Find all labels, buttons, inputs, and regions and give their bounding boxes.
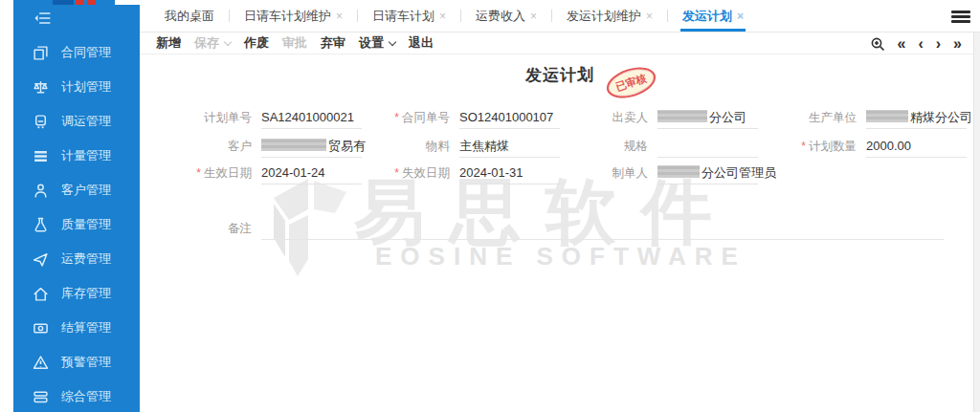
train-icon (33, 114, 49, 130)
sidebar-item-contract[interactable]: 合同管理 (13, 35, 140, 70)
sidebar-item-settlement[interactable]: 结算管理 (13, 311, 140, 345)
tab-label: 我的桌面 (165, 8, 214, 25)
sidebar-item-quality[interactable]: 质量管理 (13, 207, 140, 242)
scale-icon (33, 79, 49, 96)
magnifier-plus-icon[interactable] (870, 36, 885, 52)
remark-row: 备注 (143, 214, 976, 243)
tab-bar: 我的桌面日请车计划维护×日请车计划×运费收入×发运计划维护×发运计划× (140, 0, 980, 33)
sidebar-item-inventory[interactable]: 库存管理 (13, 276, 140, 311)
field-label: *生效日期 (143, 159, 252, 187)
settings-button[interactable]: 设置 (359, 34, 395, 52)
redacted-text (261, 139, 326, 151)
sidebar-item-general[interactable]: 综合管理 (13, 379, 140, 412)
tab-close-icon[interactable]: × (336, 11, 343, 22)
tab-separator (551, 10, 552, 22)
first-record-icon[interactable]: « (898, 36, 906, 52)
sidebar-item-label: 运费管理 (61, 250, 111, 268)
page-title: 发运计划 (525, 66, 594, 84)
approve-button: 审批 (282, 34, 307, 52)
tab-separator (357, 10, 358, 22)
sidebar-item-label: 合同管理 (61, 44, 111, 61)
sidebar-item-customer[interactable]: 客户管理 (13, 173, 140, 207)
field-label-remark: 备注 (143, 214, 252, 243)
tab-close-icon[interactable]: × (646, 11, 653, 22)
tab-separator (460, 10, 461, 22)
person-icon (33, 183, 49, 199)
tab-1[interactable]: 我的桌面 (163, 0, 216, 32)
sidebar-item-label: 计划管理 (61, 78, 111, 96)
sidebar-item-label: 调运管理 (61, 113, 111, 130)
field-input[interactable]: 分公司管理员 (648, 159, 756, 187)
warning-icon (33, 355, 49, 371)
required-asterisk: * (394, 111, 399, 124)
chevron-down-icon (224, 37, 232, 45)
tab-3[interactable]: 日请车计划× (370, 0, 448, 32)
stack-icon (33, 389, 49, 405)
approved-stamp: 已审核 (603, 62, 659, 104)
banknote-icon (33, 320, 49, 336)
title-row: 发运计划 已审核 (140, 64, 980, 95)
field-input[interactable]: 2024-01-31 (450, 159, 584, 187)
sidebar-item-alert[interactable]: 预警管理 (13, 345, 140, 379)
void-button[interactable]: 作废 (244, 34, 269, 52)
field-input[interactable]: 2000.00 (857, 132, 973, 161)
tab-label: 发运计划维护 (567, 8, 641, 25)
field-label: *失效日期 (364, 159, 450, 187)
tab-separator (229, 10, 230, 22)
sidebar-item-label: 库存管理 (61, 285, 111, 302)
tab-label: 日请车计划维护 (244, 8, 331, 25)
tab-close-icon[interactable]: × (439, 11, 446, 22)
tab-5[interactable]: 发运计划维护× (565, 0, 655, 32)
field-label: 客户 (143, 132, 252, 161)
sidebar-item-label: 综合管理 (61, 388, 111, 405)
tab-separator (667, 10, 668, 22)
tab-label: 发运计划 (682, 8, 732, 25)
sidebar-item-label: 客户管理 (61, 182, 111, 199)
field-input[interactable]: SA12401000021 (252, 103, 364, 132)
next-record-icon[interactable]: › (936, 36, 941, 52)
unapprove-button[interactable]: 弃审 (321, 34, 345, 52)
save-button: 保存 (194, 34, 231, 52)
required-asterisk: * (196, 166, 201, 180)
last-record-icon[interactable]: » (953, 36, 962, 52)
hamburger-menu-icon[interactable] (951, 11, 970, 23)
field-input[interactable]: 贸易有 (252, 132, 364, 161)
sidebar: 合同管理计划管理调运管理计量管理客户管理质量管理运费管理库存管理结算管理预警管理… (13, 0, 140, 412)
redacted-text (657, 110, 707, 122)
field-input[interactable]: SO12401000107 (450, 103, 584, 132)
field-input[interactable] (648, 132, 756, 161)
tab-6[interactable]: 发运计划× (680, 0, 746, 32)
field-input[interactable]: 精煤分公司 (857, 103, 973, 132)
watermark: 易思软件 EOSINE SOFTWARE (266, 169, 802, 341)
prev-record-icon[interactable]: ‹ (918, 36, 923, 52)
sidebar-logo-strip (13, 0, 140, 5)
field-label: 规格 (584, 132, 648, 161)
field-input[interactable]: 分公司 (648, 103, 756, 132)
remark-input[interactable] (252, 214, 976, 243)
add-button[interactable]: 新增 (156, 34, 181, 52)
field-label: 出卖人 (584, 103, 648, 132)
toolbar: 新增保存作废审批弃审设置退出 «‹›» (140, 33, 980, 54)
field-input[interactable]: 2024-01-24 (252, 159, 364, 187)
sidebar-item-freight[interactable]: 运费管理 (13, 242, 140, 276)
tab-close-icon[interactable]: × (737, 11, 744, 22)
field-label: *合同单号 (364, 103, 450, 132)
tab-close-icon[interactable]: × (530, 11, 537, 22)
collapse-menu-icon[interactable] (33, 10, 52, 27)
sidebar-item-plan[interactable]: 计划管理 (13, 70, 140, 104)
exit-button[interactable]: 退出 (409, 34, 434, 52)
redacted-text (866, 110, 908, 122)
field-label: 生产单位 (756, 103, 857, 132)
field-label: 制单人 (584, 159, 648, 187)
sidebar-item-measure[interactable]: 计量管理 (13, 139, 140, 173)
tab-2[interactable]: 日请车计划维护× (242, 0, 345, 32)
watermark-en-text: EOSINE SOFTWARE (375, 242, 746, 271)
sidebar-item-label: 结算管理 (61, 319, 111, 336)
sidebar-item-dispatch[interactable]: 调运管理 (13, 104, 140, 139)
required-asterisk: * (394, 166, 399, 180)
sidebar-item-label: 计量管理 (61, 147, 111, 164)
flask-icon (33, 217, 49, 233)
contract-icon (33, 45, 49, 61)
tab-4[interactable]: 运费收入× (474, 0, 539, 32)
field-input[interactable]: 主焦精煤 (450, 132, 584, 161)
